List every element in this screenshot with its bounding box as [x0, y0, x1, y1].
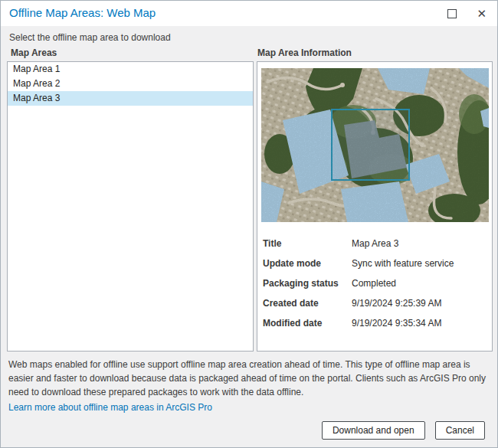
download-and-open-button[interactable]: Download and open — [322, 421, 425, 440]
aerial-map-preview-image — [261, 68, 489, 222]
offline-map-areas-dialog: Offline Map Areas: Web Map ✕ Select the … — [0, 0, 498, 448]
detail-label: Modified date — [263, 318, 352, 329]
detail-row-update-mode: Update mode Sync with feature service — [263, 253, 487, 273]
list-item-map-area-1[interactable]: Map Area 1 — [8, 62, 253, 77]
detail-label: Title — [263, 238, 352, 249]
map-areas-label: Map Areas — [11, 47, 57, 58]
maximize-icon[interactable] — [447, 9, 457, 18]
detail-row-modified-date: Modified date 9/19/2024 9:35:34 AM — [263, 313, 487, 333]
dialog-subtitle: Select the offline map area to download — [9, 32, 171, 43]
cancel-button[interactable]: Cancel — [435, 421, 485, 440]
detail-label: Update mode — [263, 258, 352, 269]
dialog-title: Offline Map Areas: Web Map — [9, 6, 156, 19]
close-icon[interactable]: ✕ — [477, 8, 487, 19]
detail-value: Map Area 3 — [352, 238, 398, 249]
list-item-map-area-3-selected[interactable]: Map Area 3 — [8, 91, 253, 106]
learn-more-link[interactable]: Learn more about offline map areas in Ar… — [8, 402, 212, 413]
detail-label: Created date — [263, 298, 352, 309]
detail-value: Completed — [352, 278, 396, 289]
photo-grain — [261, 68, 489, 222]
detail-row-packaging-status: Packaging status Completed — [263, 273, 487, 293]
title-bar: Offline Map Areas: Web Map ✕ — [1, 1, 497, 26]
offline-description-text: Web maps enabled for offline use support… — [8, 358, 493, 399]
action-button-row: Download and open Cancel — [322, 421, 485, 440]
detail-row-created-date: Created date 9/19/2024 9:25:39 AM — [263, 293, 487, 313]
map-area-details: Title Map Area 3 Update mode Sync with f… — [263, 234, 487, 333]
list-item-map-area-2[interactable]: Map Area 2 — [8, 77, 253, 91]
detail-value: Sync with feature service — [352, 258, 454, 269]
detail-row-title: Title Map Area 3 — [263, 234, 487, 253]
map-areas-list: Map Area 1 Map Area 2 Map Area 3 — [7, 61, 254, 352]
detail-value: 9/19/2024 9:35:34 AM — [352, 318, 441, 329]
map-area-information-panel: Title Map Area 3 Update mode Sync with f… — [257, 61, 493, 352]
detail-value: 9/19/2024 9:25:39 AM — [352, 298, 441, 309]
detail-label: Packaging status — [263, 278, 352, 289]
window-controls: ✕ — [447, 1, 487, 26]
map-area-information-label: Map Area Information — [257, 47, 352, 58]
